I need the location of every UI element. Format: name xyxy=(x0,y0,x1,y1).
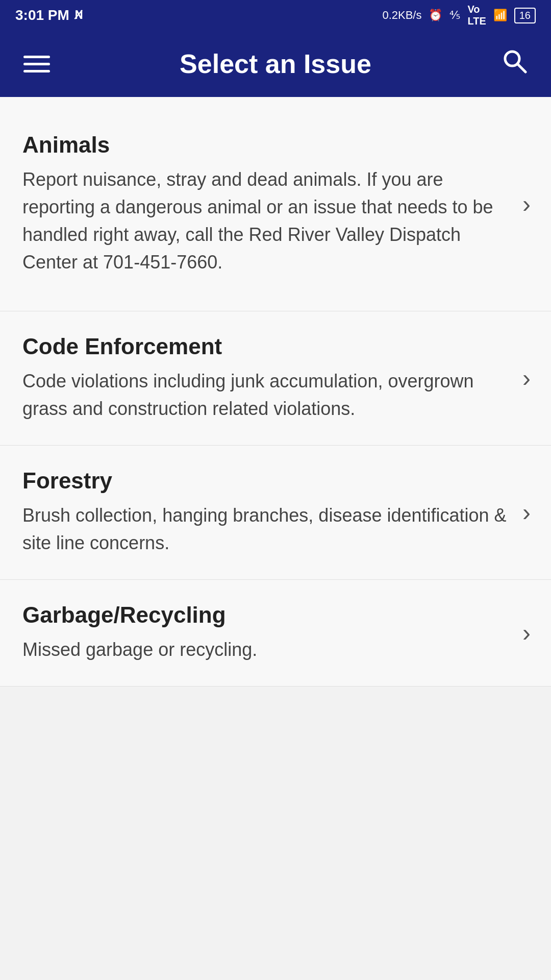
signal-icon: ⅘ xyxy=(449,9,460,22)
issue-description-animals: Report nuisance, stray and dead animals.… xyxy=(22,166,507,276)
menu-button[interactable] xyxy=(18,51,55,78)
menu-line-1 xyxy=(23,56,50,58)
chevron-right-icon-garbage-recycling: › xyxy=(522,621,531,645)
issue-title-animals: Animals xyxy=(22,132,507,158)
issue-content-garbage-recycling: Garbage/Recycling Missed garbage or recy… xyxy=(22,602,522,664)
app-bar: Select an Issue xyxy=(0,31,551,97)
status-bar-left: 3:01 PM N̸ xyxy=(15,7,83,23)
issue-description-garbage-recycling: Missed garbage or recycling. xyxy=(22,636,507,664)
issue-title-forestry: Forestry xyxy=(22,468,507,494)
issue-item-animals[interactable]: Animals Report nuisance, stray and dead … xyxy=(0,97,551,311)
issue-title-code-enforcement: Code Enforcement xyxy=(22,334,507,359)
search-icon xyxy=(501,47,528,74)
status-time: 3:01 PM xyxy=(15,7,69,23)
status-bar-right: 0.2KB/s ⏰ ⅘ VoLTE 📶 16 xyxy=(382,4,536,27)
issue-content-code-enforcement: Code Enforcement Code violations includi… xyxy=(22,334,522,423)
issue-item-garbage-recycling[interactable]: Garbage/Recycling Missed garbage or recy… xyxy=(0,580,551,687)
wifi-icon: 📶 xyxy=(493,9,507,22)
issue-item-code-enforcement[interactable]: Code Enforcement Code violations includi… xyxy=(0,311,551,446)
battery-indicator: 16 xyxy=(514,8,536,23)
issue-item-forestry[interactable]: Forestry Brush collection, hanging branc… xyxy=(0,446,551,580)
network-speed: 0.2KB/s xyxy=(382,9,421,22)
issue-title-garbage-recycling: Garbage/Recycling xyxy=(22,602,507,628)
lte-icon: VoLTE xyxy=(467,4,486,27)
page-title: Select an Issue xyxy=(180,48,371,79)
svg-line-1 xyxy=(517,64,525,72)
alarm-icon: ⏰ xyxy=(429,9,442,22)
network-icon: N̸ xyxy=(74,9,83,22)
chevron-right-icon-forestry: › xyxy=(522,500,531,525)
search-button[interactable] xyxy=(496,42,533,85)
issue-content-animals: Animals Report nuisance, stray and dead … xyxy=(22,132,522,276)
menu-line-2 xyxy=(23,63,50,65)
status-bar: 3:01 PM N̸ 0.2KB/s ⏰ ⅘ VoLTE 📶 16 xyxy=(0,0,551,31)
issue-description-forestry: Brush collection, hanging branches, dise… xyxy=(22,502,507,557)
issue-description-code-enforcement: Code violations including junk accumulat… xyxy=(22,368,507,423)
chevron-right-icon-animals: › xyxy=(522,192,531,216)
chevron-right-icon-code-enforcement: › xyxy=(522,366,531,390)
issue-list: Animals Report nuisance, stray and dead … xyxy=(0,97,551,687)
menu-line-3 xyxy=(23,70,50,72)
issue-content-forestry: Forestry Brush collection, hanging branc… xyxy=(22,468,522,557)
